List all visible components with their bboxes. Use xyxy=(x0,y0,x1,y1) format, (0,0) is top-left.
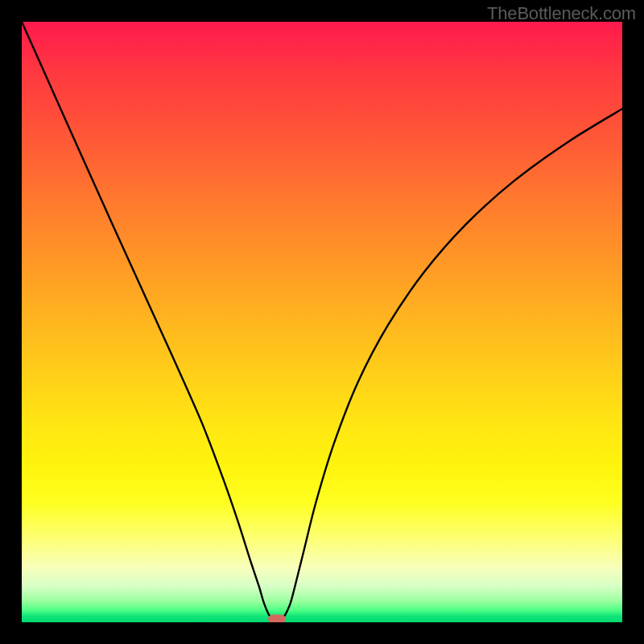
watermark-text: TheBottleneck.com xyxy=(487,3,636,24)
optimal-point-marker xyxy=(268,615,286,622)
chart-frame: TheBottleneck.com xyxy=(0,0,644,644)
bottleneck-curve xyxy=(22,22,622,622)
plot-area xyxy=(22,22,622,622)
